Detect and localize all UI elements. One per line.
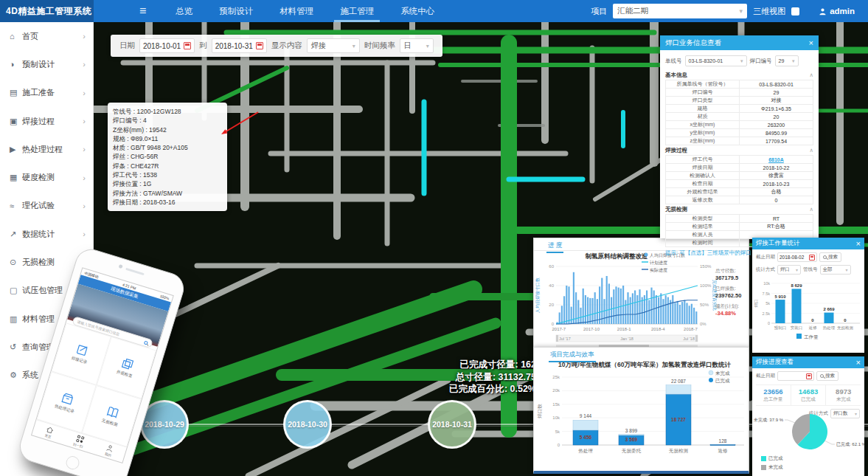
menu-item-4[interactable]: 系统中心 — [387, 0, 448, 22]
sidebar-item-0[interactable]: ⌂首页› — [0, 22, 93, 50]
freq-select[interactable]: 日 ▾ — [400, 38, 434, 53]
bar — [639, 289, 640, 324]
prep-icon: ▤ — [10, 88, 22, 97]
project-select[interactable]: 汇能二期 ▾ — [613, 4, 747, 18]
chart-text: 10k — [552, 415, 560, 420]
archive-icon — [66, 398, 69, 399]
username: admin — [830, 7, 855, 15]
sidebar-item-4[interactable]: ▶热处理过程› — [0, 135, 93, 163]
date-label: 日期 — [119, 41, 135, 51]
row-value: RT:合格 — [740, 223, 813, 231]
bar — [627, 292, 628, 324]
joint-no-label: 焊口编号 — [750, 58, 772, 65]
menu-item-0[interactable]: 总览 — [162, 0, 206, 22]
search-button[interactable]: 搜索 — [819, 252, 841, 262]
joint-no-select[interactable]: 29 ▾ — [775, 55, 799, 66]
ndt-icon: ⊙ — [10, 258, 22, 267]
close-icon[interactable]: × — [809, 38, 813, 47]
chart-text: 无损检测 — [669, 448, 689, 454]
bar-uncompleted — [666, 385, 691, 394]
legend-item[interactable]: 未完成 — [761, 464, 783, 471]
chevron-down-icon: ▾ — [792, 58, 795, 64]
bar — [792, 289, 802, 323]
legend-swatch[interactable] — [796, 334, 802, 339]
sidebar-item-7[interactable]: ↗数据统计› — [0, 220, 93, 248]
legend-swatch — [761, 465, 766, 470]
line-label: 管线号 — [803, 266, 818, 273]
stats-icon: ↗ — [10, 230, 22, 239]
3d-view-toggle[interactable] — [791, 7, 799, 15]
content-select[interactable]: 焊接 ▾ — [307, 38, 360, 53]
chart-text: Jul '18 — [683, 337, 695, 341]
bar — [599, 286, 600, 324]
project-label: 项目 — [591, 6, 607, 17]
mode-select[interactable]: 焊口 ▾ — [777, 265, 801, 275]
legend-item[interactable]: 已完成 — [761, 455, 783, 462]
legend-dot[interactable] — [709, 378, 713, 382]
progress-date-input[interactable] — [777, 371, 814, 381]
tooltip-line: 焊工代号 : 1538 — [113, 170, 222, 179]
table-row: 外观检查结果合格 — [666, 188, 813, 196]
legend-dot[interactable] — [645, 253, 648, 257]
tab-progress[interactable]: 进 度 — [546, 241, 563, 253]
date-from-input[interactable]: 2018-10-01 — [139, 38, 195, 53]
close-icon[interactable]: × — [856, 239, 861, 248]
workload-chart: 02.5k5k7.5k10k焊口5 910预制口8 629安装口0返修2 669… — [752, 277, 864, 344]
timeline-bubble-2018-10-31[interactable]: 2018-10-31 — [428, 400, 476, 449]
line-no-select[interactable]: 03-LS-8320-01 ▾ — [685, 55, 747, 66]
chevron-down-icon: ▾ — [353, 43, 355, 49]
chart-text: 2.5k — [763, 311, 771, 316]
sidebar-item-6[interactable]: ≈理化试验› — [0, 192, 93, 220]
settings-icon: ⚙ — [10, 370, 22, 380]
collapse-icon[interactable]: ∧ — [810, 147, 814, 154]
line-select[interactable]: 全部 ▾ — [820, 265, 851, 275]
timeline-bubble-2018-10-30[interactable]: 2018-10-30 — [283, 400, 332, 449]
bar — [650, 288, 652, 324]
chart-text: 10k — [763, 281, 770, 286]
book-icon — [105, 405, 120, 420]
table-row: 所属单线号（管段号）03-LS-8320-01 — [666, 80, 813, 89]
chart-text: 5 910 — [774, 294, 786, 299]
phase-chart: 10万吨/年生物航煤（60万吨年军采）加氢装置改造焊口数统计未完成已完成05k1… — [534, 358, 750, 472]
chart-text: 2018-1 — [617, 327, 631, 331]
sidebar-item-5[interactable]: ▦硬度检测› — [0, 163, 93, 191]
sidebar-item-1[interactable]: ◑预制设计› — [0, 50, 93, 78]
sidebar-item-3[interactable]: ▣焊接过程› — [0, 107, 93, 135]
row-value: 84950.99 — [740, 129, 813, 137]
chevron-right-icon: › — [83, 89, 86, 97]
row-label: 检测人员 — [666, 231, 740, 239]
sidebar-item-2[interactable]: ▤施工准备› — [0, 79, 93, 107]
collapse-icon[interactable]: ∧ — [810, 72, 814, 78]
user-menu[interactable]: admin — [819, 7, 855, 15]
chart-text: 0 — [552, 322, 555, 326]
bar — [622, 286, 624, 324]
search-button[interactable]: 搜索 — [816, 371, 839, 381]
menu-item-2[interactable]: 材料管理 — [266, 0, 327, 22]
home-icon: ⌂ — [10, 32, 22, 41]
bar-completed — [710, 445, 735, 446]
hamburger-menu-icon[interactable]: ≡ — [139, 4, 146, 18]
legend-dot[interactable] — [709, 370, 713, 375]
menu-item-1[interactable]: 预制设计 — [206, 0, 266, 22]
row-value: 0 — [740, 196, 813, 204]
progress-stat: 14683已完成 — [791, 385, 827, 405]
collapse-icon[interactable]: ∧ — [810, 206, 814, 213]
date-to-input[interactable]: 2018-10-31 — [212, 38, 267, 53]
panel-title: 焊接工作量统计 — [756, 239, 800, 248]
welder-code-link[interactable]: 6810A — [740, 156, 813, 164]
date-label: 截止日期 — [756, 373, 775, 379]
slider-handle[interactable] — [695, 335, 698, 342]
workload-date-input[interactable]: 2018-08-02 — [777, 252, 817, 262]
chart-text: 8 629 — [791, 283, 802, 288]
row-label: 检测时间 — [666, 239, 740, 247]
tab-phase[interactable]: 项目完成与效率 — [549, 350, 596, 362]
bar — [603, 299, 605, 324]
user-icon — [109, 445, 112, 448]
menu-item-3[interactable]: 施工管理 — [327, 0, 387, 22]
bar — [625, 300, 626, 325]
row-value: 2018-10-22 — [740, 164, 813, 172]
chart-text: 2018-4 — [651, 327, 665, 331]
close-icon[interactable]: × — [856, 358, 861, 367]
slider-handle[interactable] — [556, 335, 558, 342]
chevron-down-icon: ▾ — [740, 7, 743, 15]
